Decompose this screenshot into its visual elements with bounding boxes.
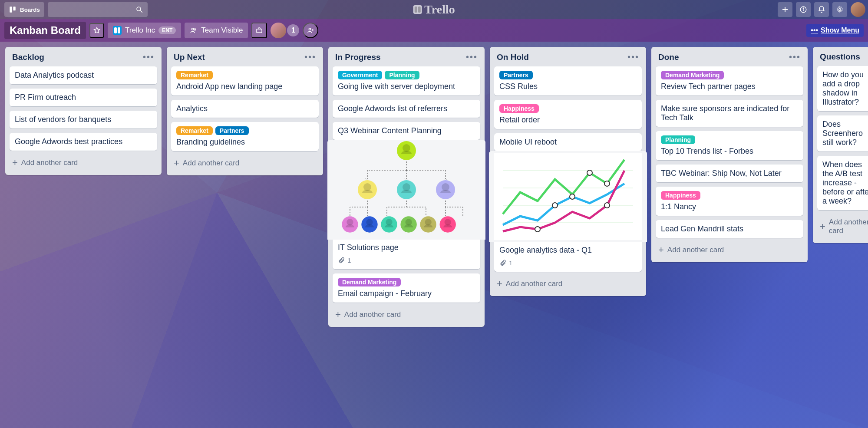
logo-text: Trello — [424, 3, 455, 16]
label-planning: Planning — [385, 71, 419, 79]
briefcase-button[interactable] — [251, 23, 267, 38]
label-happiness: Happiness — [661, 191, 700, 200]
svg-point-2 — [137, 7, 141, 11]
paperclip-icon — [499, 260, 506, 267]
card[interactable]: Planning Top 10 Trends list - Forbes — [656, 131, 803, 160]
briefcase-icon — [255, 26, 263, 34]
attachment-badge: 1 — [499, 259, 512, 267]
svg-point-10 — [192, 28, 194, 30]
card[interactable]: Make sure sponsors are indicated for Tec… — [656, 100, 803, 127]
bell-icon — [818, 6, 825, 13]
label-partners: Partners — [499, 71, 533, 79]
label-happiness: Happiness — [499, 104, 539, 113]
member-count[interactable]: 1 — [287, 24, 299, 36]
app-logo: Trello — [413, 3, 455, 16]
board-title[interactable]: Kanban Board — [4, 22, 86, 39]
card[interactable]: Happiness 1:1 Nancy — [656, 187, 803, 216]
card[interactable]: Government Planning Going live with serv… — [333, 66, 480, 95]
card[interactable]: Does Screenhero still work? — [817, 115, 868, 151]
list-on-hold: On Hold ••• Partners CSS Rules Happiness… — [490, 47, 646, 296]
card[interactable]: When does the A/B test increase - before… — [817, 156, 868, 210]
workspace-button[interactable]: Trello Inc ENT — [108, 23, 181, 38]
card[interactable]: Lead Gen Mandrill stats — [656, 220, 803, 238]
notifications-button[interactable] — [814, 2, 829, 17]
label-demand-marketing: Demand Marketing — [661, 71, 724, 79]
card-cover-orgchart — [327, 140, 485, 240]
show-menu-button[interactable]: ••• Show Menu — [806, 24, 864, 37]
label-partners: Partners — [215, 126, 249, 135]
svg-rect-12 — [257, 29, 262, 33]
card[interactable]: Happiness Retail order — [494, 100, 642, 129]
add-card-button[interactable]: +Add another card — [10, 155, 157, 171]
boards-button[interactable]: Boards — [4, 2, 44, 17]
card[interactable]: Google analytics data - Q1 1 — [494, 155, 642, 272]
search-icon — [135, 6, 143, 13]
add-card-button[interactable]: +Add another card — [494, 276, 642, 292]
list-backlog: Backlog ••• Data Analytics podcast PR Fi… — [5, 47, 162, 175]
member-avatar[interactable] — [271, 23, 286, 38]
list-menu-button[interactable]: ••• — [789, 52, 801, 62]
card[interactable]: Partners CSS Rules — [494, 66, 642, 95]
create-button[interactable] — [778, 2, 792, 17]
svg-point-23 — [587, 170, 592, 175]
card[interactable]: IT Solutions page 1 — [333, 144, 480, 269]
list-menu-button[interactable]: ••• — [304, 52, 316, 62]
show-menu-label: Show Menu — [821, 26, 859, 34]
card[interactable]: TBC Webinar: Ship Now, Not Later — [656, 165, 803, 182]
card[interactable]: List of vendors for banquets — [10, 111, 157, 128]
list-title[interactable]: Questions — [820, 52, 860, 62]
info-button[interactable] — [796, 2, 811, 17]
card[interactable]: Mobile UI reboot — [494, 133, 642, 151]
card[interactable]: Demand Marketing Review Tech partner pag… — [656, 66, 803, 95]
info-icon — [799, 6, 807, 13]
logo-icon — [413, 5, 422, 14]
settings-button[interactable] — [832, 2, 847, 17]
list-title[interactable]: Backlog — [12, 53, 44, 62]
label-remarket: Remarket — [176, 126, 213, 135]
visibility-label: Team Visible — [201, 26, 243, 35]
list-menu-button[interactable]: ••• — [143, 52, 155, 62]
card[interactable]: Analytics — [171, 100, 319, 118]
card[interactable]: Remarket Android App new landing page — [171, 66, 319, 95]
svg-point-27 — [535, 227, 540, 232]
list-done: Done ••• Demand Marketing Review Tech pa… — [651, 47, 808, 262]
svg-point-25 — [552, 203, 558, 208]
list-title[interactable]: On Hold — [497, 53, 529, 62]
label-demand-marketing: Demand Marketing — [338, 278, 401, 286]
search-input[interactable] — [48, 2, 148, 17]
svg-point-26 — [570, 194, 575, 199]
global-header: Boards Trello — [0, 0, 868, 19]
add-card-button[interactable]: +Add another card — [333, 307, 480, 323]
svg-rect-1 — [13, 7, 16, 10]
dots-icon: ••• — [811, 26, 818, 34]
card[interactable]: Data Analytics podcast — [10, 66, 157, 84]
line-chart-image — [494, 153, 642, 240]
card[interactable]: Demand Marketing Email campaign - Februa… — [333, 273, 480, 303]
plus-icon — [781, 6, 789, 13]
people-icon — [190, 26, 198, 34]
workspace-icon — [113, 26, 122, 35]
card[interactable]: Google Adwords best practices — [10, 133, 157, 151]
list-title[interactable]: Up Next — [174, 53, 205, 62]
list-title[interactable]: In Progress — [335, 53, 381, 62]
list-up-next: Up Next ••• Remarket Android App new lan… — [167, 47, 323, 175]
list-title[interactable]: Done — [658, 53, 679, 62]
boards-icon — [9, 6, 17, 13]
card[interactable]: Remarket Partners Branding guidelines — [171, 122, 319, 151]
board-canvas: Backlog ••• Data Analytics podcast PR Fi… — [0, 42, 868, 332]
list-menu-button[interactable]: ••• — [466, 52, 478, 62]
star-button[interactable] — [89, 23, 104, 38]
list-questions: Questions How do you add a drop shadow i… — [813, 47, 868, 243]
card[interactable]: How do you add a drop shadow in Illustra… — [817, 66, 868, 111]
card[interactable]: PR Firm outreach — [10, 89, 157, 106]
add-card-button[interactable]: +Add another card — [817, 214, 868, 239]
add-card-button[interactable]: +Add another card — [656, 242, 803, 258]
card[interactable]: Google Adwords list of referrers — [333, 100, 480, 118]
add-member-button[interactable] — [303, 23, 318, 38]
card[interactable]: Q3 Webinar Content Planning — [333, 122, 480, 140]
visibility-button[interactable]: Team Visible — [185, 23, 248, 38]
label-remarket: Remarket — [176, 71, 213, 79]
user-avatar[interactable] — [851, 2, 865, 17]
add-card-button[interactable]: +Add another card — [171, 155, 319, 171]
list-menu-button[interactable]: ••• — [627, 52, 639, 62]
